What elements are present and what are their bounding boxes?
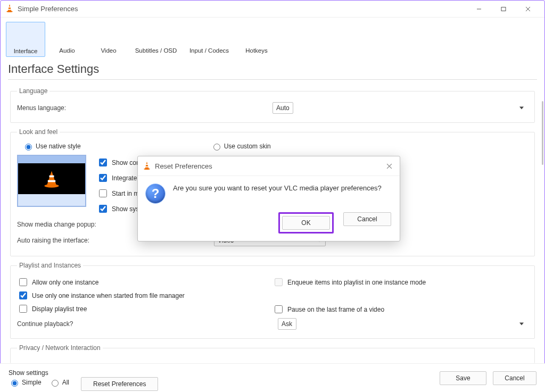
one-instance-check[interactable]: Allow only one instance — [17, 277, 272, 288]
group-legend: Look and feel — [17, 128, 60, 136]
custom-skin-radio[interactable]: Use custom skin — [211, 142, 271, 151]
dialog-title: Reset Preferences — [155, 162, 212, 170]
ok-highlight: OK — [278, 212, 334, 233]
dialog-cancel-button[interactable]: Cancel — [343, 212, 391, 226]
menus-language-select[interactable]: Auto — [272, 102, 293, 114]
group-legend: Playlist and Instances — [17, 262, 83, 269]
page-title: Interface Settings — [8, 62, 537, 76]
continue-select[interactable]: Ask — [278, 318, 296, 330]
svg-rect-0 — [9, 6, 11, 7]
playlist-group: Playlist and Instances Allow only one in… — [10, 262, 535, 339]
svg-point-2 — [6, 11, 13, 12]
window-title: Simple Preferences — [18, 5, 78, 13]
category-label: Interface — [14, 48, 38, 54]
category-input[interactable]: Input / Codecs — [184, 22, 235, 57]
reset-dialog: Reset Preferences ? Are you sure you wan… — [137, 156, 400, 241]
svg-rect-1 — [8, 9, 11, 10]
close-button[interactable] — [516, 1, 540, 17]
showsettings-label: Show settings — [9, 369, 77, 377]
bottom-bar: Show settings Simple All Reset Preferenc… — [0, 363, 545, 392]
simple-radio[interactable]: Simple — [9, 378, 42, 387]
category-label: Video — [101, 47, 116, 54]
question-icon: ? — [145, 184, 166, 204]
category-audio[interactable]: Audio — [47, 22, 87, 57]
dialog-ok-button[interactable]: OK — [282, 216, 330, 230]
save-button[interactable]: Save — [440, 371, 486, 385]
divider — [8, 79, 537, 80]
svg-point-35 — [45, 184, 59, 187]
titlebar: Simple Preferences — [1, 1, 544, 18]
category-hotkeys[interactable]: Hotkeys — [237, 22, 276, 57]
category-toolbar: Interface Audio Video Subtitles / OSD In… — [1, 18, 544, 59]
pause-last-check[interactable]: Pause on the last frame of a video — [272, 304, 528, 315]
cancel-button[interactable]: Cancel — [493, 371, 536, 385]
native-style-radio[interactable]: Use native style — [22, 142, 81, 151]
language-group: Language Menus language: Auto — [10, 87, 535, 123]
maximize-button[interactable] — [491, 1, 516, 17]
dialog-close-button[interactable] — [383, 160, 395, 172]
vlc-cone-icon — [5, 3, 14, 14]
svg-rect-33 — [49, 176, 54, 178]
category-subtitles[interactable]: Subtitles / OSD — [130, 22, 181, 57]
from-fm-check[interactable]: Use only one instance when started from … — [17, 290, 272, 301]
skin-preview — [17, 155, 86, 207]
category-video[interactable]: Video — [89, 22, 128, 57]
group-legend: Privacy / Network Interaction — [17, 344, 103, 352]
all-radio[interactable]: All — [49, 378, 69, 387]
svg-rect-37 — [145, 166, 148, 167]
category-label: Audio — [59, 47, 75, 54]
svg-rect-36 — [146, 164, 148, 165]
category-label: Subtitles / OSD — [135, 47, 177, 54]
vlc-cone-icon — [142, 161, 152, 172]
privacy-group: Privacy / Network Interaction — [10, 344, 535, 363]
minimize-button[interactable] — [467, 1, 491, 17]
scrollbar-thumb[interactable] — [542, 101, 543, 165]
category-label: Hotkeys — [245, 47, 268, 54]
svg-rect-4 — [501, 7, 506, 11]
svg-rect-34 — [48, 180, 55, 182]
enqueue-check: Enqueue items into playlist in one insta… — [272, 277, 528, 288]
menus-language-label: Menus language: — [17, 104, 108, 112]
continue-label: Continue playback? — [17, 320, 278, 328]
reset-preferences-button[interactable]: Reset Preferences — [81, 377, 158, 391]
playlist-tree-check[interactable]: Display playlist tree — [17, 303, 272, 314]
svg-point-38 — [144, 168, 150, 170]
dialog-message: Are you sure you want to reset your VLC … — [173, 184, 382, 204]
category-interface[interactable]: Interface — [6, 22, 45, 57]
group-legend: Language — [17, 87, 49, 95]
category-label: Input / Codecs — [189, 47, 229, 54]
